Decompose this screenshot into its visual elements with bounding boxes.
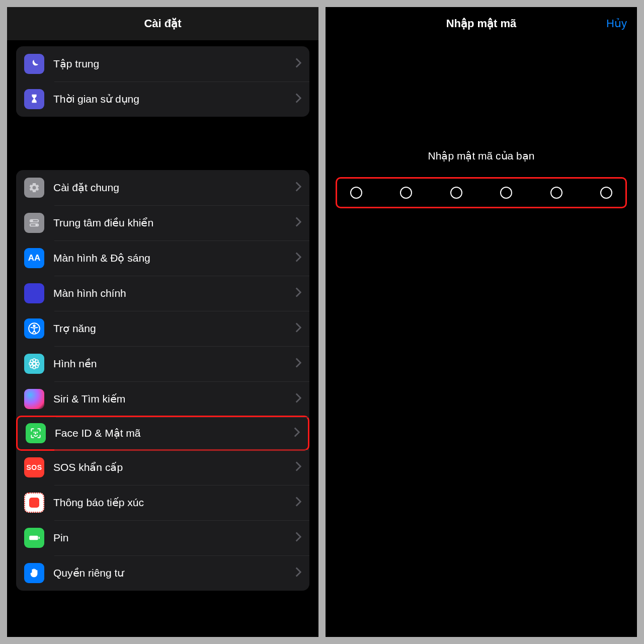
passcode-dot — [550, 187, 562, 199]
flower-icon — [24, 354, 44, 374]
settings-title: Cài đặt — [7, 7, 318, 40]
chevron-right-icon — [295, 393, 301, 405]
row-label: Tập trung — [53, 58, 295, 70]
row-screentime[interactable]: Thời gian sử dụng — [16, 82, 309, 117]
row-label: Pin — [53, 532, 295, 544]
row-label: Quyền riêng tư — [53, 567, 295, 579]
home-grid-icon — [24, 283, 44, 303]
chevron-right-icon — [294, 427, 300, 439]
chevron-right-icon — [295, 58, 301, 70]
row-wallpaper[interactable]: Hình nền — [16, 346, 309, 381]
chevron-right-icon — [295, 567, 301, 579]
toggles-icon — [24, 213, 44, 233]
row-accessibility[interactable]: Trợ năng — [16, 311, 309, 346]
passcode-dot — [350, 187, 362, 199]
row-label: Cài đặt chung — [53, 182, 295, 194]
chevron-right-icon — [295, 287, 301, 299]
row-label: SOS khẩn cấp — [53, 461, 295, 473]
passcode-prompt: Nhập mật mã của bạn — [326, 150, 637, 162]
battery-icon — [24, 528, 44, 548]
chevron-right-icon — [295, 497, 301, 509]
row-label: Trợ năng — [53, 323, 295, 335]
settings-group-2: Cài đặt chung Trung tâm điều khiển AA Mà… — [16, 170, 309, 591]
gear-icon — [24, 178, 44, 198]
passcode-dot — [500, 187, 512, 199]
moon-icon — [24, 54, 44, 74]
chevron-right-icon — [295, 182, 301, 194]
exposure-icon — [24, 493, 44, 513]
row-label: Siri & Tìm kiếm — [53, 393, 295, 405]
settings-screen: Cài đặt Tập trung Thời gian sử dụng Cài … — [7, 7, 318, 637]
row-exposure[interactable]: Thông báo tiếp xúc — [16, 485, 309, 520]
row-faceid[interactable]: Face ID & Mật mã — [16, 416, 309, 451]
svg-point-1 — [31, 220, 33, 222]
row-sos[interactable]: SOS SOS khẩn cấp — [16, 450, 309, 485]
sos-icon: SOS — [24, 457, 44, 477]
settings-group-1: Tập trung Thời gian sử dụng — [16, 46, 309, 117]
svg-rect-16 — [39, 537, 40, 539]
passcode-dots[interactable] — [336, 177, 627, 208]
row-siri[interactable]: Siri & Tìm kiếm — [16, 381, 309, 417]
hand-icon — [24, 563, 44, 583]
faceid-icon — [26, 423, 46, 443]
chevron-right-icon — [295, 461, 301, 473]
text-size-icon: AA — [24, 248, 44, 268]
row-label: Trung tâm điều khiển — [53, 217, 295, 229]
chevron-right-icon — [295, 358, 301, 370]
row-label: Thông báo tiếp xúc — [53, 497, 295, 509]
row-control-center[interactable]: Trung tâm điều khiển — [16, 205, 309, 240]
chevron-right-icon — [295, 217, 301, 229]
passcode-dot — [600, 187, 612, 199]
chevron-right-icon — [295, 323, 301, 335]
passcode-title: Nhập mật mã — [446, 17, 517, 30]
row-general[interactable]: Cài đặt chung — [16, 170, 309, 205]
row-label: Face ID & Mật mã — [55, 427, 294, 439]
row-label: Màn hình & Độ sáng — [53, 252, 295, 264]
row-label: Màn hình chính — [53, 287, 295, 299]
svg-point-5 — [33, 325, 35, 327]
row-focus[interactable]: Tập trung — [16, 46, 309, 82]
row-battery[interactable]: Pin — [16, 520, 309, 555]
passcode-dot — [450, 187, 462, 199]
passcode-screen: Nhập mật mã Hủy Nhập mật mã của bạn — [326, 7, 637, 637]
passcode-dot — [400, 187, 412, 199]
row-display[interactable]: AA Màn hình & Độ sáng — [16, 240, 309, 276]
row-home-screen[interactable]: Màn hình chính — [16, 276, 309, 311]
accessibility-icon — [24, 318, 44, 339]
svg-point-6 — [33, 362, 36, 365]
passcode-nav: Nhập mật mã Hủy — [326, 7, 637, 40]
passcode-body: Nhập mật mã của bạn — [326, 40, 637, 208]
svg-rect-15 — [29, 536, 38, 540]
cancel-button[interactable]: Hủy — [606, 17, 627, 30]
hourglass-icon — [24, 89, 44, 109]
svg-point-3 — [36, 224, 37, 226]
chevron-right-icon — [295, 93, 301, 105]
row-label: Hình nền — [53, 358, 295, 370]
chevron-right-icon — [295, 532, 301, 544]
row-label: Thời gian sử dụng — [53, 93, 295, 105]
siri-icon — [24, 389, 44, 409]
chevron-right-icon — [295, 252, 301, 264]
row-privacy[interactable]: Quyền riêng tư — [16, 555, 309, 591]
